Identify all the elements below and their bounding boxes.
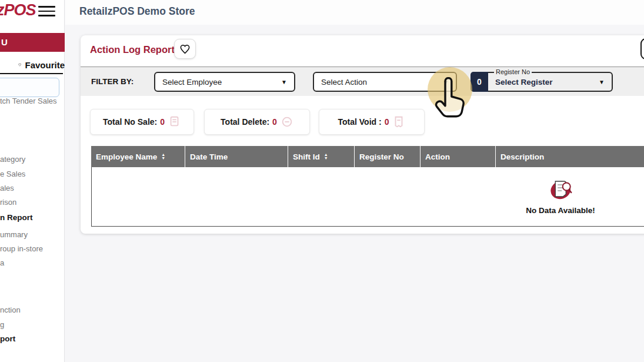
chevron-down-icon: ▼	[599, 79, 605, 85]
sidebar-item[interactable]: roup in-store	[0, 244, 65, 254]
total-void-value: 0	[385, 117, 389, 127]
sidebar-item[interactable]: a	[0, 258, 65, 268]
total-delete-value: 0	[272, 117, 277, 127]
sidebar: zPOS U Favourite tch Tender Sales ategor…	[0, 0, 65, 362]
sidebar-item[interactable]: ales	[0, 184, 65, 193]
favourite-label: Favourite	[25, 60, 65, 70]
heart-icon	[18, 59, 21, 70]
sidebar-divider	[0, 73, 63, 74]
page-title: RetailzPOS Demo Store	[79, 5, 195, 18]
sidebar-item[interactable]: rison	[0, 198, 65, 207]
total-void-label: Total Void :	[338, 117, 382, 127]
no-sale-watermark-icon	[168, 115, 181, 128]
sidebar-item[interactable]: e Sales	[0, 170, 65, 179]
favourite-report-button[interactable]	[174, 39, 196, 59]
action-log-table: Employee Name ▲▼ Date Time Shift Id ▲▼ R…	[91, 146, 644, 227]
sidebar-item[interactable]: ummary	[0, 230, 65, 240]
chevron-down-icon: ▼	[443, 79, 449, 85]
sidebar-item[interactable]: tch Tender Sales	[0, 97, 65, 106]
report-panel: Action Log Report FILTER BY: Select Empl…	[81, 35, 644, 234]
sort-icon: ▲▼	[324, 153, 328, 160]
column-header-description[interactable]: Description	[496, 146, 644, 167]
delete-watermark-icon	[281, 115, 293, 128]
no-data-text: No Data Available!	[526, 206, 595, 215]
sidebar-item[interactable]: nction	[0, 305, 65, 315]
no-data-icon	[547, 176, 574, 202]
column-header-employee-name[interactable]: Employee Name ▲▼	[91, 146, 185, 167]
select-register-value: Select Register	[486, 78, 553, 87]
sort-icon: ▲▼	[161, 153, 165, 160]
select-action-value: Select Action	[314, 78, 367, 87]
table-header-row: Employee Name ▲▼ Date Time Shift Id ▲▼ R…	[91, 146, 644, 167]
brand-logo: zPOS	[0, 1, 36, 19]
panel-edge-button[interactable]	[640, 38, 644, 59]
chevron-down-icon: ▼	[281, 79, 287, 85]
heart-icon	[179, 44, 191, 54]
select-employee-value: Select Employee	[155, 78, 222, 87]
sidebar-menu-header: U	[0, 33, 65, 52]
app-screen: zPOS U Favourite tch Tender Sales ategor…	[0, 0, 644, 362]
filter-bar: FILTER BY: Select Employee ▼ Select Acti…	[81, 67, 644, 96]
report-title: Action Log Report	[90, 44, 175, 55]
sidebar-search-input[interactable]	[0, 78, 59, 97]
total-no-sale-value: 0	[160, 117, 165, 127]
register-count-badge: 0	[471, 72, 488, 92]
total-delete-label: Total Delete:	[221, 117, 269, 127]
select-employee-dropdown[interactable]: Select Employee ▼	[154, 72, 295, 92]
column-header-action[interactable]: Action	[421, 146, 496, 167]
select-register-dropdown[interactable]: Register No Select Register ▼	[485, 72, 613, 92]
total-void-card: Total Void : 0	[319, 109, 425, 135]
total-no-sale-label: Total No Sale:	[103, 117, 157, 127]
void-watermark-icon	[392, 115, 405, 128]
total-no-sale-card: Total No Sale: 0	[90, 109, 194, 135]
select-action-dropdown[interactable]: Select Action ▼	[313, 72, 457, 92]
sidebar-item[interactable]: g	[0, 320, 65, 330]
total-delete-card: Total Delete: 0	[204, 109, 310, 135]
filter-by-label: FILTER BY:	[91, 77, 134, 86]
table-body: No Data Available!	[91, 167, 644, 227]
sidebar-item-active[interactable]: n Report	[0, 213, 65, 222]
hamburger-menu-icon[interactable]	[38, 6, 55, 16]
register-dropdown-group: 0 Register No Select Register ▼	[471, 72, 613, 92]
column-header-register-no[interactable]: Register No	[355, 146, 421, 167]
sidebar-favourite[interactable]: Favourite	[0, 58, 65, 72]
column-header-date-time[interactable]: Date Time	[185, 146, 288, 167]
no-data-message: No Data Available!	[526, 176, 595, 215]
column-header-shift-id[interactable]: Shift Id ▲▼	[288, 146, 355, 167]
register-no-legend: Register No	[494, 68, 532, 75]
sidebar-item[interactable]: ategory	[0, 155, 65, 164]
sidebar-item-bold[interactable]: port	[0, 334, 65, 344]
